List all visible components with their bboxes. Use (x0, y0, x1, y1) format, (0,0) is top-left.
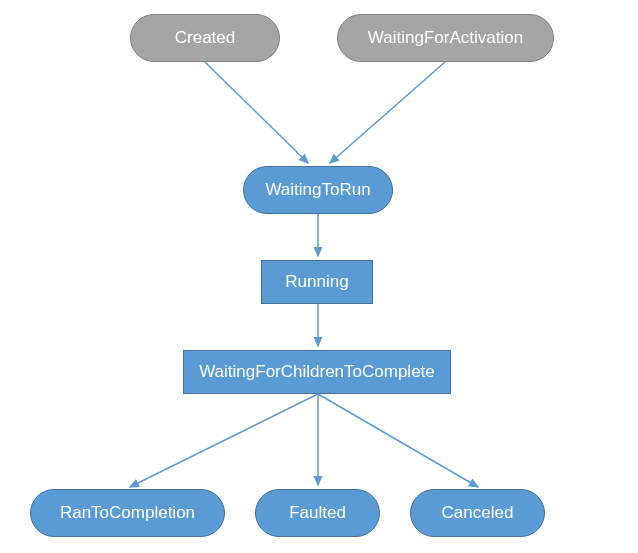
node-ran-to-completion: RanToCompletion (30, 489, 225, 537)
node-created: Created (130, 14, 280, 62)
node-ran-to-completion-label: RanToCompletion (60, 503, 195, 523)
node-canceled: Canceled (410, 489, 545, 537)
edge-created-to-waitingtorun (205, 62, 308, 163)
node-waiting-for-activation: WaitingForActivation (337, 14, 554, 62)
node-canceled-label: Canceled (442, 503, 514, 523)
node-running: Running (261, 260, 373, 304)
node-waiting-to-run: WaitingToRun (243, 166, 393, 214)
node-waiting-for-children: WaitingForChildrenToComplete (183, 350, 451, 394)
node-faulted-label: Faulted (289, 503, 346, 523)
edge-waitingforchildren-to-rantocompletion (130, 394, 318, 487)
node-waiting-to-run-label: WaitingToRun (265, 180, 370, 200)
node-created-label: Created (175, 28, 235, 48)
node-waiting-for-children-label: WaitingForChildrenToComplete (199, 362, 435, 382)
edge-waitingforchildren-to-canceled (318, 394, 478, 487)
node-running-label: Running (285, 272, 348, 292)
node-faulted: Faulted (255, 489, 380, 537)
edge-waitingforactivation-to-waitingtorun (330, 62, 445, 163)
node-waiting-for-activation-label: WaitingForActivation (368, 28, 523, 48)
